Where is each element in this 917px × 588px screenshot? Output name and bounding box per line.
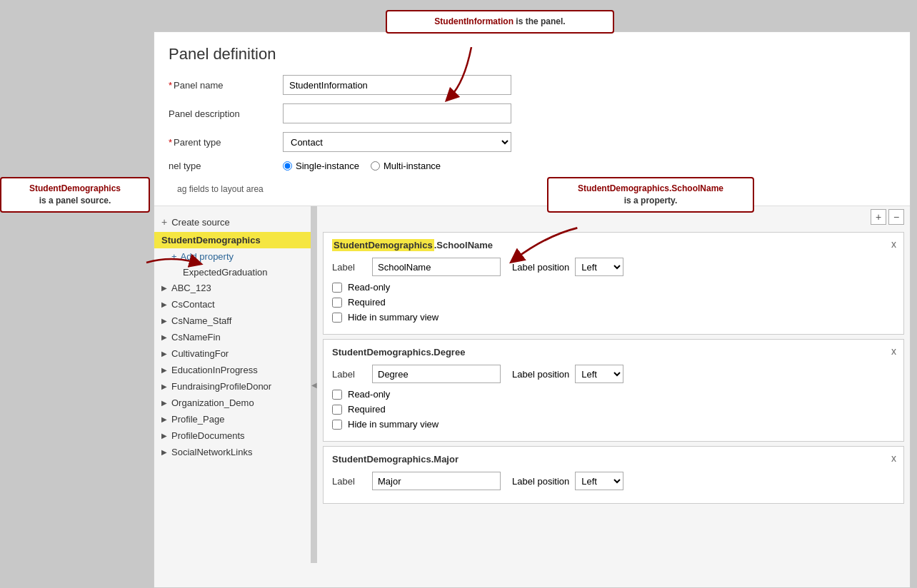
create-source-item[interactable]: + Create source <box>154 212 311 232</box>
panel-desc-row: Panel description <box>169 103 896 123</box>
degree-hide-checkbox[interactable] <box>332 420 342 430</box>
create-source-plus-icon: + <box>161 216 167 228</box>
school-name-source: StudentDemographics <box>332 239 434 251</box>
multi-instance-radio[interactable] <box>371 161 380 171</box>
abc-123-label: ABC_123 <box>171 283 211 293</box>
panel-desc-input[interactable] <box>283 103 511 123</box>
major-dot-property: .Major <box>431 454 459 465</box>
degree-dot-property: .Degree <box>431 347 466 358</box>
degree-source: StudentDemographics <box>332 347 431 358</box>
panel-title: Panel definition <box>169 45 896 64</box>
major-label-input[interactable] <box>372 472 501 490</box>
major-card-title: StudentDemographics.Major <box>332 454 895 465</box>
degree-card-title: StudentDemographics.Degree <box>332 347 895 358</box>
degree-readonly-checkbox[interactable] <box>332 390 342 400</box>
social-network-links-item[interactable]: ▶ SocialNetworkLinks <box>154 444 311 460</box>
profile-page-label: Profile_Page <box>171 414 224 425</box>
degree-label-input[interactable] <box>372 365 501 383</box>
callout-right: StudentDemographics.SchoolName is a prop… <box>547 177 754 213</box>
student-demographics-item[interactable]: StudentDemographics <box>154 232 311 248</box>
school-name-required-label: Required <box>348 297 386 308</box>
drag-area-label: ag fields to layout area <box>169 180 896 198</box>
education-in-progress-arrow-icon: ▶ <box>161 366 167 374</box>
cs-name-fin-arrow-icon: ▶ <box>161 333 167 341</box>
degree-close-button[interactable]: x <box>891 345 896 357</box>
school-name-close-button[interactable]: x <box>891 238 896 250</box>
panel-desc-label: Panel description <box>169 108 283 119</box>
social-network-links-label: SocialNetworkLinks <box>171 447 252 457</box>
major-label-position: Label position Left Right Top <box>512 472 623 490</box>
fundraising-profile-donor-item[interactable]: ▶ FundraisingProfileDonor <box>154 378 311 395</box>
cs-name-staff-arrow-icon: ▶ <box>161 317 167 325</box>
cs-contact-item[interactable]: ▶ CsContact <box>154 296 311 313</box>
panel-name-row: *Panel name <box>169 75 896 95</box>
cs-name-staff-label: CsName_Staff <box>171 315 231 326</box>
cs-name-fin-item[interactable]: ▶ CsNameFin <box>154 329 311 345</box>
organization-demo-item[interactable]: ▶ Organization_Demo <box>154 395 311 411</box>
school-name-readonly-row: Read-only <box>332 282 895 293</box>
property-cards-area: + − StudentDemographics.SchoolName x Lab… <box>317 206 910 563</box>
school-name-hide-label: Hide in summary view <box>348 312 439 323</box>
arrow-top-icon <box>443 47 500 104</box>
degree-hide-label: Hide in summary view <box>348 419 439 430</box>
resize-handle[interactable]: ◀ <box>311 206 317 563</box>
panel-header: Panel definition *Panel name Panel descr… <box>154 32 910 206</box>
fundraising-profile-donor-label: FundraisingProfileDonor <box>171 381 271 392</box>
school-name-card: StudentDemographics.SchoolName x Label L… <box>323 232 904 335</box>
education-in-progress-label: EducationInProgress <box>171 365 258 375</box>
degree-label-text: Label <box>332 369 361 380</box>
major-card: StudentDemographics.Major x Label Label … <box>323 446 904 504</box>
profile-documents-arrow-icon: ▶ <box>161 432 167 440</box>
education-in-progress-item[interactable]: ▶ EducationInProgress <box>154 362 311 378</box>
degree-required-checkbox[interactable] <box>332 405 342 415</box>
degree-label-position-text: Label position <box>512 369 569 380</box>
degree-readonly-label: Read-only <box>348 389 390 400</box>
callout-left-text: is a panel source. <box>39 196 111 206</box>
abc-123-arrow-icon: ▶ <box>161 284 167 292</box>
create-source-label: Create source <box>171 217 230 228</box>
school-name-readonly-label: Read-only <box>348 282 390 293</box>
major-label-row: Label Label position Left Right Top <box>332 472 895 490</box>
main-panel: Panel definition *Panel name Panel descr… <box>154 31 911 588</box>
parent-type-select[interactable]: Contact <box>283 132 511 152</box>
callout-top-text: is the panel. <box>513 16 566 26</box>
multi-instance-option[interactable]: Multi-instance <box>371 161 441 171</box>
remove-card-button[interactable]: − <box>888 209 904 225</box>
callout-right-text: is a property. <box>624 196 677 206</box>
school-name-required-checkbox[interactable] <box>332 298 342 308</box>
panel-type-row: nel type Single-instance Multi-instance <box>169 161 896 171</box>
profile-documents-item[interactable]: ▶ ProfileDocuments <box>154 427 311 444</box>
cultivating-for-label: CultivatingFor <box>171 348 229 359</box>
add-card-button[interactable]: + <box>871 209 886 225</box>
school-name-readonly-checkbox[interactable] <box>332 283 342 293</box>
major-label-position-text: Label position <box>512 476 569 487</box>
major-close-button[interactable]: x <box>891 452 896 464</box>
cultivating-for-item[interactable]: ▶ CultivatingFor <box>154 345 311 362</box>
school-name-required-row: Required <box>332 297 895 308</box>
parent-type-row: *Parent type Contact <box>169 132 896 152</box>
school-name-hide-row: Hide in summary view <box>332 312 895 323</box>
arrow-left-icon <box>139 248 204 277</box>
panel-type-label: nel type <box>169 161 283 171</box>
degree-required-row: Required <box>332 404 895 415</box>
fundraising-profile-donor-arrow-icon: ▶ <box>161 382 167 390</box>
cs-name-staff-item[interactable]: ▶ CsName_Staff <box>154 313 311 329</box>
single-instance-radio[interactable] <box>283 161 292 171</box>
major-label-position-select[interactable]: Left Right Top <box>575 472 623 490</box>
school-name-label-input[interactable] <box>372 258 501 276</box>
school-name-hide-checkbox[interactable] <box>332 313 342 323</box>
social-network-links-arrow-icon: ▶ <box>161 448 167 456</box>
major-label-text: Label <box>332 476 361 487</box>
degree-label-position-select[interactable]: Left Right Top <box>575 365 623 383</box>
school-name-label-text: Label <box>332 262 361 273</box>
student-demographics-label: StudentDemographics <box>161 235 261 245</box>
callout-left-highlight: StudentDemographics <box>29 183 121 193</box>
panel-name-label: *Panel name <box>169 80 283 91</box>
single-instance-option[interactable]: Single-instance <box>283 161 359 171</box>
arrow-right-icon <box>500 218 593 268</box>
abc-123-item[interactable]: ▶ ABC_123 <box>154 280 311 296</box>
cs-contact-label: CsContact <box>171 299 215 310</box>
profile-page-arrow-icon: ▶ <box>161 415 167 423</box>
profile-page-item[interactable]: ▶ Profile_Page <box>154 411 311 427</box>
organization-demo-label: Organization_Demo <box>171 397 254 408</box>
